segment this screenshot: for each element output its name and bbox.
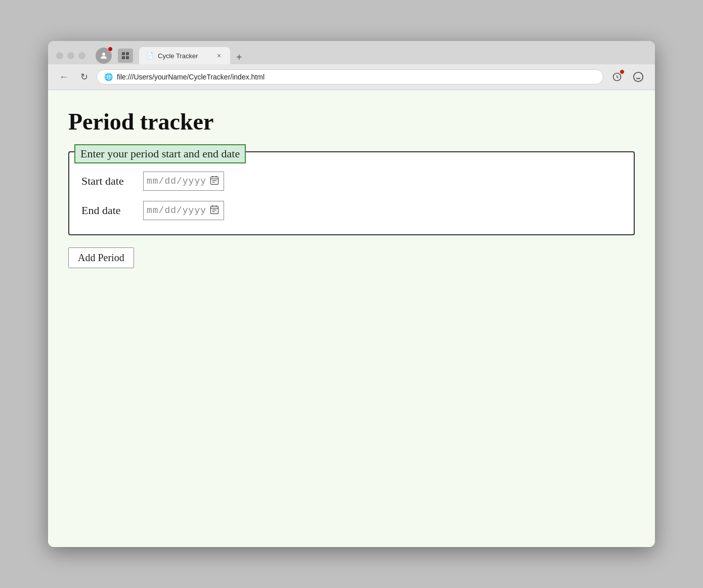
tab-switcher-icon[interactable] xyxy=(118,49,133,63)
profile-badge xyxy=(108,47,113,52)
svg-point-6 xyxy=(634,72,643,81)
close-window-button[interactable] xyxy=(56,52,63,59)
svg-rect-2 xyxy=(126,52,129,55)
window-controls xyxy=(56,52,85,59)
end-date-row: End date mm/dd/yyyy xyxy=(81,201,622,220)
browser-window: 📄 Cycle Tracker × + ← ↻ 🌐 file:///Users/… xyxy=(48,41,655,547)
page-content: Period tracker Enter your period start a… xyxy=(48,90,655,547)
address-bar[interactable]: 🌐 file:///Users/yourName/CycleTracker/in… xyxy=(97,69,603,85)
address-text: file:///Users/yourName/CycleTracker/inde… xyxy=(117,73,265,81)
minimize-window-button[interactable] xyxy=(67,52,74,59)
start-date-placeholder: mm/dd/yyyy xyxy=(147,176,206,186)
tabs-area: 📄 Cycle Tracker × + xyxy=(139,47,647,64)
start-date-input-wrapper[interactable]: mm/dd/yyyy xyxy=(143,172,224,191)
active-tab[interactable]: 📄 Cycle Tracker × xyxy=(139,47,230,64)
page-title: Period tracker xyxy=(68,108,635,135)
start-date-calendar-icon[interactable] xyxy=(208,174,221,188)
address-bar-row: ← ↻ 🌐 file:///Users/yourName/CycleTracke… xyxy=(48,64,655,90)
tab-title: Cycle Tracker xyxy=(158,52,198,60)
svg-rect-1 xyxy=(122,52,125,55)
end-date-calendar-icon[interactable] xyxy=(208,203,221,218)
period-form-fieldset: Enter your period start and end date Sta… xyxy=(68,151,635,235)
add-period-button[interactable]: Add Period xyxy=(68,247,134,268)
toolbar-right xyxy=(608,68,647,86)
end-date-input-wrapper[interactable]: mm/dd/yyyy xyxy=(143,201,224,220)
refresh-button[interactable]: ↻ xyxy=(76,69,92,85)
fieldset-legend: Enter your period start and end date xyxy=(74,144,246,163)
copilot-button[interactable] xyxy=(630,68,647,86)
end-date-placeholder: mm/dd/yyyy xyxy=(147,205,206,216)
end-date-label: End date xyxy=(81,204,137,217)
maximize-window-button[interactable] xyxy=(78,52,85,59)
extensions-button[interactable] xyxy=(608,68,626,86)
svg-rect-4 xyxy=(126,56,129,59)
start-date-label: Start date xyxy=(81,175,137,188)
back-button[interactable]: ← xyxy=(56,69,71,85)
title-bar: 📄 Cycle Tracker × + xyxy=(48,41,655,64)
tab-page-icon: 📄 xyxy=(146,52,154,59)
globe-icon: 🌐 xyxy=(104,73,113,81)
start-date-row: Start date mm/dd/yyyy xyxy=(81,172,622,191)
svg-point-0 xyxy=(102,53,105,56)
profile-icon-container xyxy=(96,48,112,64)
svg-rect-3 xyxy=(122,56,125,59)
tab-close-button[interactable]: × xyxy=(215,52,223,60)
new-tab-button[interactable]: + xyxy=(232,50,246,64)
extension-badge xyxy=(620,69,625,74)
